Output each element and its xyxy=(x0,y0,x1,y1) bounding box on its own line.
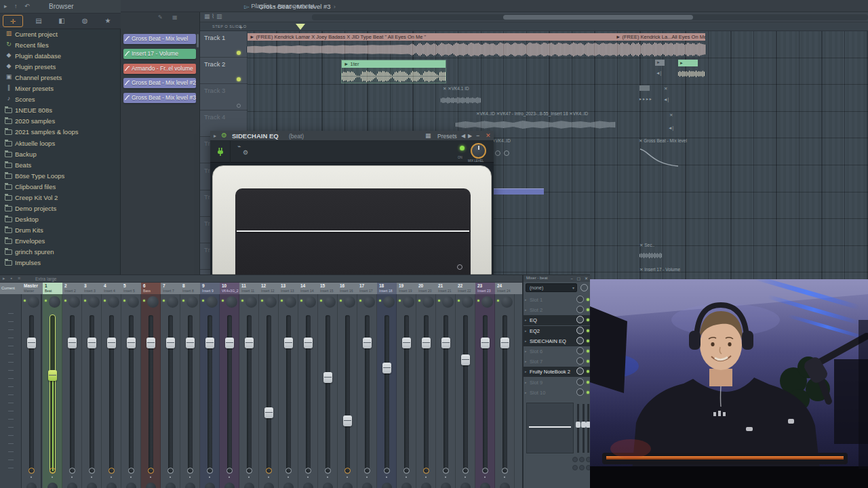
slot-arrow[interactable]: ▸ xyxy=(525,318,527,322)
plugin-gear-icon[interactable]: ⚙ xyxy=(221,131,227,139)
browser-item[interactable]: ↻ Recent files xyxy=(0,40,121,51)
pan-knob[interactable] xyxy=(501,296,513,308)
mixer-channel-strip[interactable]: 1 Beat xyxy=(43,283,62,488)
slot-enable-dot[interactable] xyxy=(587,308,589,311)
pan-knob[interactable] xyxy=(285,296,296,308)
fader-cap[interactable] xyxy=(500,338,509,348)
browser-item[interactable]: grinch spuren xyxy=(0,247,121,258)
mini-clip[interactable]: ► xyxy=(678,60,698,66)
mini-fader[interactable] xyxy=(587,404,589,453)
enable-dot[interactable] xyxy=(182,300,184,302)
fader-cap[interactable] xyxy=(166,338,175,348)
browser-item[interactable]: 2021 samples & loops xyxy=(0,127,121,138)
slot-mix-knob[interactable] xyxy=(576,347,584,354)
stereo-knob[interactable] xyxy=(165,483,176,488)
route-indicator[interactable] xyxy=(226,468,233,474)
pan-knob[interactable] xyxy=(422,296,434,308)
pan-knob[interactable] xyxy=(462,296,473,308)
clip-knob[interactable] xyxy=(495,150,500,156)
stereo-knob[interactable] xyxy=(87,483,97,488)
mixer-channel-strip[interactable]: 8 Insert 8 xyxy=(180,283,200,488)
detached-plug-icon[interactable]: ⌁ xyxy=(237,143,241,150)
fader-groove[interactable] xyxy=(345,315,350,472)
channel-header[interactable]: 3 Insert 3 xyxy=(82,283,102,294)
mixer-channel-strip[interactable]: 23 Insert 23 xyxy=(475,283,495,488)
fader-cap[interactable] xyxy=(27,338,36,348)
mixer-tool-icons[interactable]: ▸ ▪ ≡ xyxy=(3,276,22,281)
channel-header[interactable]: 6 Bass xyxy=(141,283,161,294)
mini-fader-cap[interactable] xyxy=(576,422,580,428)
slot-arrow[interactable]: ▸ xyxy=(525,349,527,353)
plugin-slot-button[interactable] xyxy=(210,141,231,163)
enable-dot[interactable] xyxy=(438,300,440,302)
browser-item[interactable]: Impulses xyxy=(0,258,121,268)
toolbar-slice-icon[interactable] xyxy=(206,1,217,11)
enable-dot[interactable] xyxy=(477,300,479,302)
pan-knob[interactable] xyxy=(304,296,316,308)
slot-mix-knob[interactable] xyxy=(576,296,584,303)
route-indicator[interactable] xyxy=(502,468,508,474)
route-indicator[interactable] xyxy=(246,468,252,474)
channel-header[interactable]: 9 Insert 9 xyxy=(200,283,220,294)
tab-favorites-icon[interactable]: ★ xyxy=(98,15,118,27)
effect-slot[interactable]: ▸ SIDECHAIN EQ xyxy=(524,336,591,346)
route-indicator[interactable] xyxy=(167,468,174,474)
mini-clip[interactable]: ► xyxy=(655,60,665,66)
mixer-channel-strip[interactable]: 21 Insert 21 xyxy=(436,283,456,488)
pan-knob[interactable] xyxy=(186,296,198,308)
slot-arrow[interactable]: ▸ xyxy=(525,359,527,363)
browser-item[interactable]: ◆ Plugin database xyxy=(0,51,121,62)
effect-slot[interactable]: ▸ EQ2 xyxy=(524,326,591,336)
fader-cap[interactable] xyxy=(186,338,195,348)
route-indicator[interactable] xyxy=(148,468,154,474)
slot-enable-dot[interactable] xyxy=(587,360,589,363)
track-header[interactable]: Track 2 xyxy=(200,58,248,84)
stereo-knob[interactable] xyxy=(323,483,333,488)
fader-cap[interactable] xyxy=(205,338,214,348)
mixer-channel-strip[interactable]: 9 Insert 9 xyxy=(200,283,220,488)
stereo-knob[interactable] xyxy=(342,483,353,488)
stereo-knob[interactable] xyxy=(126,483,136,488)
presets-label[interactable]: Presets xyxy=(437,133,457,140)
channel-header[interactable]: 12 Insert 12 xyxy=(259,283,279,294)
slot-enable-dot[interactable] xyxy=(587,319,589,321)
enable-dot[interactable] xyxy=(84,300,86,302)
pan-knob[interactable] xyxy=(324,296,336,308)
preset-prev-button[interactable]: ◀ xyxy=(461,133,465,139)
stereo-knob[interactable] xyxy=(460,483,471,488)
enable-dot[interactable] xyxy=(45,300,47,302)
close-button[interactable]: ✕ xyxy=(486,132,491,139)
pan-knob[interactable] xyxy=(28,296,39,308)
slot-enable-dot[interactable] xyxy=(587,381,589,384)
horizontal-scrollbar[interactable] xyxy=(312,14,868,20)
enable-dot[interactable] xyxy=(202,300,204,302)
pan-knob[interactable] xyxy=(442,296,454,308)
add-track-button[interactable]: ＋ xyxy=(237,22,244,32)
slot-enable-dot[interactable] xyxy=(587,391,589,394)
toolbar-mute-icon[interactable] xyxy=(183,1,194,11)
route-indicator[interactable] xyxy=(207,468,213,474)
preset-next-button[interactable]: ▶ xyxy=(468,133,472,139)
pattern-chip[interactable]: Gross Beat - Mix level #2 xyxy=(123,78,196,88)
toolbar-play-icon[interactable] xyxy=(125,1,136,11)
pan-knob[interactable] xyxy=(245,296,257,308)
mixer-master-strip[interactable]: MasterMaster xyxy=(22,283,42,488)
fader-cap[interactable] xyxy=(441,338,450,348)
slot-enable-dot[interactable] xyxy=(587,329,589,332)
slot-mix-knob[interactable] xyxy=(576,378,584,386)
mixer-channel-strip[interactable]: 19 Insert 19 xyxy=(397,283,416,488)
slot-enable-dot[interactable] xyxy=(587,350,589,352)
pan-knob[interactable] xyxy=(68,296,80,308)
browser-item[interactable]: 1NEUE 808s xyxy=(0,105,121,116)
toolbar-delete-icon[interactable] xyxy=(172,1,182,11)
plugin-titlebar[interactable]: ▸ ⚙ SIDECHAIN EQ (beat) ▦ Presets ◀ ▶ − … xyxy=(210,131,494,141)
stereo-knob[interactable] xyxy=(362,483,372,488)
stereo-knob[interactable] xyxy=(480,483,490,488)
route-indicator[interactable] xyxy=(50,468,56,474)
channel-header[interactable]: 7 Insert 7 xyxy=(161,283,180,294)
enable-dot[interactable] xyxy=(281,300,283,302)
tab-plugin-picker-icon[interactable]: ✛ xyxy=(3,15,23,27)
fader-cap[interactable] xyxy=(323,372,332,383)
route-indicator[interactable] xyxy=(443,468,449,474)
browser-item[interactable]: Demo projects xyxy=(0,203,121,214)
